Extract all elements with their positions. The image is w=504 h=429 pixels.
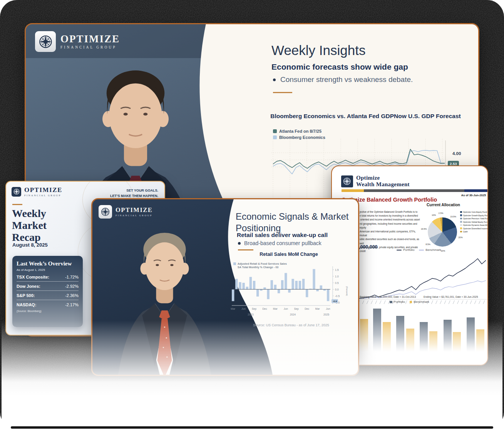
svg-text:Mar: Mar xyxy=(315,307,320,310)
benchmark-line-swatch xyxy=(419,250,424,251)
logo-subtitle: FINANCIAL GROUP xyxy=(24,194,62,197)
svg-text:Sep: Sep xyxy=(294,307,299,310)
gdp-chart-title: Bloomberg Economics vs. Atlanta Fed GDPN… xyxy=(257,113,474,120)
bar-gray xyxy=(364,189,464,192)
svg-text:Jun: Jun xyxy=(241,307,246,310)
svg-text:0.5: 0.5 xyxy=(335,282,339,284)
recap-title-line: Weekly xyxy=(12,208,47,220)
description-line: n total returns for investors by investi… xyxy=(360,214,424,218)
recap-title-line: Recap xyxy=(12,232,47,244)
svg-text:Jun: Jun xyxy=(326,307,330,310)
tagline-line1: SET YOUR GOALS. xyxy=(110,188,158,194)
compass-icon xyxy=(341,175,353,187)
bullet-dot xyxy=(238,242,241,245)
signals-subtitle: Retail sales deliver wake-up call xyxy=(237,232,328,239)
compass-icon xyxy=(99,205,112,219)
overview-source: (Source: Bloomberg) xyxy=(17,310,79,312)
logo-subtitle: Wealth Management xyxy=(356,181,410,188)
pie-legend-item: Optimize Premium Yield Fund xyxy=(460,217,488,220)
svg-text:2025: 2025 xyxy=(323,313,329,316)
description-line: -oriented and income-oriented investment… xyxy=(360,218,424,222)
overview-rows: TSX Composite:-1.72%Dow Jones:-2.92%S&P … xyxy=(17,272,79,309)
optimize-logo: OPTIMIZE FINANCIAL GROUP xyxy=(35,31,120,52)
slide-headline: Economic forecasts show wide gap xyxy=(271,62,408,72)
description-line: American and International public compan… xyxy=(360,230,424,237)
description-line: nd geographies, including fixed income s… xyxy=(360,222,424,230)
logo-title: Optimize xyxy=(356,175,410,181)
recap-title-line: Market xyxy=(12,220,47,232)
svg-text:Dec: Dec xyxy=(262,307,267,310)
retail-chart-title: Retail Sales MoM Change xyxy=(246,252,331,257)
index-row: S&P 500:-2.36% xyxy=(17,290,79,300)
signals-title: Economic Signals & Market Positioning xyxy=(236,211,348,234)
pie-percent-label: 19.5% xyxy=(450,215,456,218)
svg-text:Adjusted Retail & Food Service: Adjusted Retail & Food Services Sales xyxy=(238,262,287,265)
pie-legend: Optimize Core Equity FundOptimize Growth… xyxy=(460,211,488,233)
svg-text:1.0: 1.0 xyxy=(335,275,339,278)
index-row: NASDAQ:-2.17% xyxy=(17,300,79,309)
growth-line-chart xyxy=(357,253,488,308)
svg-text:SA Total Monthly % Change - 03: SA Total Monthly % Change - 03 xyxy=(238,266,278,269)
legend-benchmark: Benchmark xyxy=(419,248,441,252)
bar-navy xyxy=(464,189,488,192)
svg-text:2024: 2024 xyxy=(290,313,296,316)
description-line: jective of the Optimize Balanced Growth … xyxy=(360,210,424,214)
svg-text:Mar: Mar xyxy=(231,307,235,310)
annual-bar-legend: Portfolio Benchmark xyxy=(390,300,429,304)
annual-returns-bar-chart xyxy=(347,305,487,355)
benchmark-bar xyxy=(476,329,484,352)
recap-title: Weekly Market Recap xyxy=(12,208,47,243)
tricolor-bar xyxy=(342,189,488,192)
compass-icon xyxy=(35,31,56,52)
pie-legend-item: Optimize Diversified Income xyxy=(460,227,488,230)
benchmark-bar xyxy=(383,322,391,352)
pie-percent-label: 2.5% xyxy=(439,212,444,214)
pie-percent-label: 19.5% xyxy=(421,228,427,230)
signals-bullet: Broad-based consumer pullback xyxy=(238,240,321,246)
svg-text:-0.5: -0.5 xyxy=(335,295,340,297)
svg-text:(Percent): (Percent) xyxy=(346,286,348,296)
portfolio-bar xyxy=(444,320,452,352)
legend-benchmark: Benchmark xyxy=(410,300,429,304)
begin-value-text: Begining Value = $1,000,000, Date = 31-O… xyxy=(360,295,416,298)
divider-rule xyxy=(273,92,292,93)
svg-text:Dec: Dec xyxy=(305,307,310,310)
tagline: SET YOUR GOALS. LET’S MAKE THEM HAPPEN. xyxy=(110,188,158,199)
pie-legend-item: Optimize Core Equity Fund xyxy=(460,211,488,213)
optimize-logo: OPTIMIZE FINANCIAL GROUP xyxy=(12,187,62,197)
wealth-management-logo: Optimize Wealth Management xyxy=(341,175,410,188)
svg-text:-0.9: -0.9 xyxy=(333,300,337,302)
bullet-text: Consumer strength vs weakness debate. xyxy=(280,75,413,84)
recap-date: August 8, 2025 xyxy=(12,242,48,248)
logo-title: OPTIMIZE xyxy=(60,33,120,44)
benchmark-bar-swatch xyxy=(410,301,412,304)
benchmark-bar xyxy=(453,332,461,352)
overview-as-of: As of August 1, 2025 xyxy=(17,268,79,272)
benchmark-bar xyxy=(429,331,437,352)
pie-percent-label: 10% xyxy=(432,214,436,216)
logo-subtitle: FINANCIAL GROUP xyxy=(116,214,152,217)
portfolio-bar xyxy=(373,309,381,352)
logo-title: OPTIMIZE xyxy=(116,207,152,213)
compass-icon xyxy=(12,187,21,197)
signals-title-line: Economic Signals & Market xyxy=(236,211,348,222)
bullet-dot xyxy=(273,78,276,81)
logo-title: OPTIMIZE xyxy=(24,187,62,194)
svg-text:1.5: 1.5 xyxy=(335,269,339,271)
pie-legend-item: Optimize Global Equity Fund xyxy=(460,221,488,223)
portfolio-bar xyxy=(467,317,475,352)
legend-portfolio: Portfolio xyxy=(397,248,414,252)
end-value-text: Ending Value = $3,761,001, Date = 30-Jun… xyxy=(424,295,478,298)
portfolio-line-swatch xyxy=(397,250,402,251)
overview-title: Last Week’s Overview xyxy=(17,260,79,267)
growth-line-legend: Portfolio Benchmark xyxy=(397,248,441,252)
retail-sales-bar-chart: Adjusted Retail & Food Services SalesSA … xyxy=(229,259,350,325)
frame-bottom-edge xyxy=(11,426,493,429)
divider-rule xyxy=(12,204,22,205)
portfolio-bar xyxy=(396,316,404,352)
pie-percent-label: 20% xyxy=(441,250,445,252)
pie-percent-label: 20% xyxy=(459,236,463,239)
source-text: Source: US Census Bureau - as of June 17… xyxy=(233,323,349,327)
economic-signals-card: OPTIMIZE FINANCIAL GROUP Economic Signal… xyxy=(91,198,359,376)
promo-composite: OPTIMIZE FINANCIAL GROUP Weekly Insights… xyxy=(0,0,504,429)
